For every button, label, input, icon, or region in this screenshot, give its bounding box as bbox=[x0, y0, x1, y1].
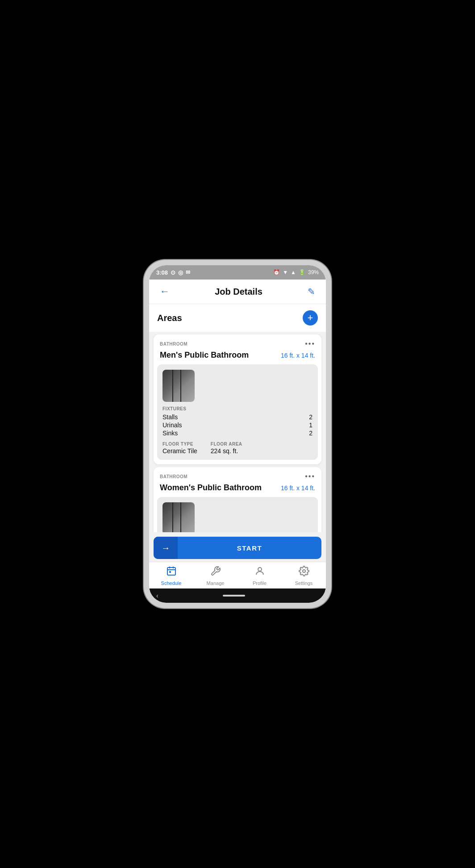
edit-button[interactable]: ✎ bbox=[305, 285, 318, 298]
area-card-2-photo bbox=[162, 502, 195, 532]
area-card-1-photo bbox=[162, 370, 195, 402]
back-chevron-icon: ‹ bbox=[156, 592, 158, 599]
back-button[interactable]: ← bbox=[157, 285, 172, 298]
area-card-2-name: Women's Public Bathroom bbox=[160, 483, 262, 492]
svg-point-6 bbox=[303, 570, 305, 572]
home-pill bbox=[223, 595, 245, 597]
area-card-1-size: 16 ft. x 14 ft. bbox=[281, 352, 315, 359]
start-button-label: START bbox=[178, 544, 321, 552]
manage-icon bbox=[210, 566, 221, 579]
floor-area-group: FLOOR AREA 224 sq. ft. bbox=[211, 442, 242, 455]
page-title: Job Details bbox=[215, 287, 262, 297]
profile-icon bbox=[254, 566, 265, 579]
areas-title: Areas bbox=[157, 313, 182, 323]
area-card-1-name: Men's Public Bathroom bbox=[160, 351, 249, 360]
alarm-icon: ⏰ bbox=[273, 269, 280, 275]
bottom-gesture-bar: ‹ bbox=[149, 588, 326, 603]
svg-rect-0 bbox=[167, 568, 175, 575]
areas-header: Areas + bbox=[149, 304, 326, 332]
area-card-1-menu-button[interactable]: ••• bbox=[305, 340, 315, 348]
phone-screen: 3:08 ⊙ ◎ ✉ ⏰ ▼ ▲ 🔋 39% ← Job Details ✎ bbox=[149, 265, 326, 603]
area-card-1: BATHROOM ••• Men's Public Bathroom 16 ft… bbox=[154, 334, 321, 464]
area-card-2-size: 16 ft. x 14 ft. bbox=[281, 484, 315, 492]
status-bar: 3:08 ⊙ ◎ ✉ ⏰ ▼ ▲ 🔋 39% bbox=[149, 265, 326, 280]
area-card-1-detail: FIXTURES Stalls 2 Urinals 1 Sinks 2 bbox=[157, 364, 318, 460]
floor-type-value: Ceramic Tile bbox=[162, 447, 197, 455]
area-card-2-detail: FIXTURES Stalls 2 Sinks 2 bbox=[157, 497, 318, 532]
battery-percent: 39% bbox=[308, 269, 319, 275]
floor-type-group: FLOOR TYPE Ceramic Tile bbox=[162, 442, 197, 455]
start-arrow-icon: → bbox=[154, 537, 178, 559]
nav-settings-label: Settings bbox=[295, 580, 313, 586]
nav-profile-label: Profile bbox=[253, 580, 267, 586]
area-card-2-name-row: Women's Public Bathroom 16 ft. x 14 ft. bbox=[154, 482, 321, 497]
area-card-1-header: BATHROOM ••• bbox=[154, 334, 321, 350]
status-left: 3:08 ⊙ ◎ ✉ bbox=[156, 269, 190, 276]
start-btn-container: → START bbox=[149, 532, 326, 562]
area-card-1-floor-section: FLOOR TYPE Ceramic Tile FLOOR AREA 224 s… bbox=[162, 442, 312, 455]
scroll-area[interactable]: Areas + BATHROOM ••• Men's Public Bathro… bbox=[149, 304, 326, 532]
battery-icon: 🔋 bbox=[299, 269, 305, 275]
add-area-button[interactable]: + bbox=[303, 310, 318, 326]
schedule-icon bbox=[166, 566, 177, 579]
nav-item-settings[interactable]: Settings bbox=[291, 566, 317, 586]
autopilot-icon: ⊙ bbox=[171, 269, 175, 276]
nav-schedule-label: Schedule bbox=[161, 580, 182, 586]
time: 3:08 bbox=[156, 269, 168, 276]
nav-manage-label: Manage bbox=[207, 580, 225, 586]
floor-type-label: FLOOR TYPE bbox=[162, 442, 197, 447]
status-right: ⏰ ▼ ▲ 🔋 39% bbox=[273, 269, 319, 275]
floor-area-value: 224 sq. ft. bbox=[211, 447, 242, 455]
area-card-2-header: BATHROOM ••• bbox=[154, 467, 321, 482]
app-content: ← Job Details ✎ Areas + BATHROOM ••• bbox=[149, 280, 326, 603]
fixture-1-sinks: Sinks 2 bbox=[162, 429, 312, 437]
area-card-2-menu-button[interactable]: ••• bbox=[305, 472, 315, 480]
nav-item-schedule[interactable]: Schedule bbox=[158, 566, 185, 586]
area-card-2: BATHROOM ••• Women's Public Bathroom 16 … bbox=[154, 467, 321, 532]
area-card-1-type: BATHROOM bbox=[160, 342, 188, 346]
start-button[interactable]: → START bbox=[154, 537, 321, 559]
bottom-nav: Schedule Manage bbox=[149, 562, 326, 588]
top-nav: ← Job Details ✎ bbox=[149, 280, 326, 304]
wifi-status-icon: ◎ bbox=[178, 269, 183, 276]
svg-point-5 bbox=[258, 568, 262, 571]
settings-icon bbox=[299, 566, 309, 579]
wifi-icon: ▼ bbox=[283, 269, 288, 275]
phone-frame: 3:08 ⊙ ◎ ✉ ⏰ ▼ ▲ 🔋 39% ← Job Details ✎ bbox=[144, 260, 331, 608]
fixture-1-stalls: Stalls 2 bbox=[162, 413, 312, 421]
area-card-1-fixtures-label: FIXTURES bbox=[162, 406, 312, 411]
svg-rect-4 bbox=[169, 571, 171, 573]
signal-icon: ▲ bbox=[291, 269, 296, 275]
nav-item-profile[interactable]: Profile bbox=[246, 566, 273, 586]
fixture-1-urinals: Urinals 1 bbox=[162, 421, 312, 429]
area-card-2-type: BATHROOM bbox=[160, 474, 188, 479]
area-card-1-name-row: Men's Public Bathroom 16 ft. x 14 ft. bbox=[154, 350, 321, 364]
nav-item-manage[interactable]: Manage bbox=[202, 566, 229, 586]
floor-area-label: FLOOR AREA bbox=[211, 442, 242, 447]
mail-icon: ✉ bbox=[186, 269, 190, 275]
